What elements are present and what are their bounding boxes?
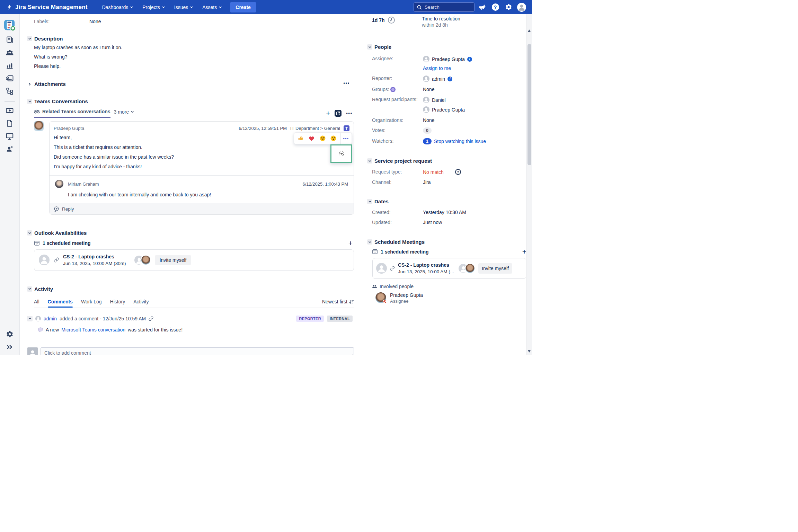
- help-button[interactable]: ?: [490, 2, 501, 13]
- reporter-name[interactable]: admin: [432, 76, 445, 82]
- nav-assets-menu[interactable]: Assets: [199, 2, 225, 13]
- assignee-name[interactable]: Pradeep Gupta: [432, 56, 465, 62]
- scroll-down-arrow-icon[interactable]: [528, 350, 531, 353]
- participant-daniel[interactable]: Daniel: [423, 97, 465, 103]
- sidebar-monitor-icon[interactable]: [5, 132, 14, 140]
- reply-timestamp: 6/12/2025, 1:00:43 PM: [302, 181, 348, 187]
- search-input[interactable]: [425, 5, 471, 10]
- settings-button[interactable]: [503, 2, 514, 13]
- laughing-reaction-icon[interactable]: [318, 134, 327, 143]
- user-profile-button[interactable]: [516, 2, 527, 13]
- participant-pradeep[interactable]: Pradeep Gupta: [423, 106, 465, 113]
- add-conversation-icon[interactable]: +: [326, 109, 330, 117]
- jira-service-management-page: Jira Service Management Dashboards Proje…: [0, 0, 532, 355]
- comment-collapse-chevron[interactable]: [27, 316, 33, 321]
- updated-field: Updated: Just now: [372, 220, 526, 225]
- scrollbar-thumb[interactable]: [527, 44, 531, 165]
- sidebar-add-person-icon[interactable]: [5, 145, 14, 153]
- conversation-more-icon[interactable]: •••: [346, 111, 353, 115]
- invite-myself-button[interactable]: Invite myself: [155, 255, 191, 265]
- sidebar-customers-icon[interactable]: [5, 48, 14, 57]
- sidebar-document-icon[interactable]: [5, 119, 14, 127]
- vertical-scrollbar[interactable]: [526, 14, 532, 355]
- request-type-help-icon[interactable]: ?: [455, 169, 461, 175]
- project-avatar-remote-support-app[interactable]: [4, 19, 16, 31]
- watchers-field: Watchers: 1 Stop watching this issue: [372, 138, 526, 144]
- add-comment-input[interactable]: [41, 347, 354, 355]
- app-home-link[interactable]: Jira Service Management: [6, 4, 88, 11]
- reply-button[interactable]: Reply: [50, 203, 354, 214]
- info-icon[interactable]: i: [447, 77, 452, 81]
- meeting-title[interactable]: CS-2 - Laptop crashes: [398, 261, 454, 268]
- outlook-collapse-chevron[interactable]: [27, 230, 32, 236]
- attachments-more-icon[interactable]: •••: [343, 81, 350, 85]
- teams-conversations-collapse-chevron[interactable]: [27, 99, 32, 104]
- unlink-icon: [338, 151, 344, 157]
- description-collapse-chevron[interactable]: [27, 36, 32, 41]
- attachments-expand-chevron[interactable]: [27, 81, 32, 87]
- surprised-reaction-icon[interactable]: [329, 134, 338, 143]
- tab-work-log[interactable]: Work Log: [81, 299, 102, 308]
- sidebar-asset-tree-icon[interactable]: [5, 87, 14, 95]
- description-line: My laptop crashes as soon as I turn it o…: [34, 44, 354, 51]
- service-request-collapse-chevron[interactable]: [367, 158, 372, 163]
- nav-issues-menu[interactable]: Issues: [171, 2, 197, 13]
- scroll-up-arrow-icon[interactable]: [528, 29, 531, 32]
- people-collapse-chevron[interactable]: [367, 44, 372, 50]
- nav-projects-menu[interactable]: Projects: [139, 2, 169, 13]
- outlook-availabilities-section: Outlook Availabilities 1 scheduled meeti…: [34, 230, 354, 271]
- channel-value: Jira: [423, 179, 431, 185]
- unlink-conversation-menu-item[interactable]: [330, 144, 352, 163]
- reporter-avatar: [423, 76, 429, 82]
- votes-count-badge[interactable]: 0: [423, 127, 432, 134]
- comment-author-link[interactable]: admin: [44, 316, 57, 321]
- meeting-title[interactable]: CS-2 - Laptop crashes: [63, 253, 126, 260]
- thumbs-up-reaction-icon[interactable]: [296, 134, 305, 143]
- sidebar-expand-icon[interactable]: [5, 343, 14, 351]
- scheduled-meetings-collapse-chevron[interactable]: [367, 239, 372, 245]
- request-type-label: Request type:: [372, 169, 423, 175]
- involved-person-name[interactable]: Pradeep Gupta: [390, 292, 423, 299]
- labels-value[interactable]: None: [89, 19, 101, 24]
- jira-bolt-logo-icon: [6, 4, 13, 10]
- stop-watching-link[interactable]: Stop watching this issue: [434, 139, 486, 144]
- open-in-teams-icon[interactable]: [335, 110, 342, 117]
- sidebar-queues-icon[interactable]: [5, 36, 14, 44]
- assignee-field: Assignee: Pradeep Gupta i: [372, 56, 526, 62]
- activity-collapse-chevron[interactable]: [27, 286, 32, 292]
- request-participants-label: Request participants:: [372, 97, 423, 102]
- global-search[interactable]: [414, 2, 475, 12]
- reporter-badge: REPORTER: [296, 316, 324, 322]
- description-line: What is wrong?: [34, 53, 354, 60]
- scheduled-meeting-card[interactable]: CS-2 - Laptop crashes Jun 13, 2025, 10:0…: [372, 258, 526, 279]
- reaction-more-icon[interactable]: •••: [343, 136, 349, 141]
- do-not-disturb-status-icon: [383, 300, 387, 304]
- sort-order-button[interactable]: Newest first: [322, 299, 354, 307]
- comment-permalink-icon[interactable]: [149, 316, 153, 321]
- miriam-graham-avatar: [55, 180, 63, 188]
- tab-history[interactable]: History: [110, 299, 125, 308]
- meeting-card[interactable]: CS-2 - Laptop crashes Jun 13, 2025, 10:0…: [34, 249, 354, 271]
- organizations-field: Organizations: None: [372, 117, 526, 123]
- tab-related-teams-conversations[interactable]: Related Teams conversations: [34, 109, 110, 118]
- info-icon[interactable]: i: [467, 57, 472, 62]
- dates-collapse-chevron[interactable]: [367, 199, 372, 204]
- nav-dashboards-menu[interactable]: Dashboards: [99, 2, 137, 13]
- invite-myself-button[interactable]: Invite myself: [478, 263, 512, 274]
- assign-to-me-link[interactable]: Assign to me: [423, 65, 451, 71]
- sidebar-outlook-calendar-icon[interactable]: [5, 74, 14, 82]
- sidebar-reports-icon[interactable]: [5, 61, 14, 70]
- watchers-count-badge[interactable]: 1: [423, 138, 432, 144]
- sidebar-settings-gear-icon[interactable]: [5, 330, 14, 338]
- add-meeting-icon[interactable]: +: [348, 239, 353, 247]
- tab-activity[interactable]: Activity: [133, 299, 149, 308]
- announcements-button[interactable]: [477, 2, 488, 13]
- heart-reaction-icon[interactable]: [308, 134, 316, 143]
- nav-dashboards-label: Dashboards: [102, 5, 128, 10]
- sidebar-add-card-icon[interactable]: [5, 106, 14, 115]
- tab-all[interactable]: All: [34, 299, 39, 308]
- more-tabs-dropdown[interactable]: 3 more: [114, 109, 134, 118]
- tab-comments[interactable]: Comments: [48, 299, 73, 308]
- create-button[interactable]: Create: [230, 2, 256, 12]
- teams-conversation-link[interactable]: Microsoft Teams conversation: [61, 326, 125, 333]
